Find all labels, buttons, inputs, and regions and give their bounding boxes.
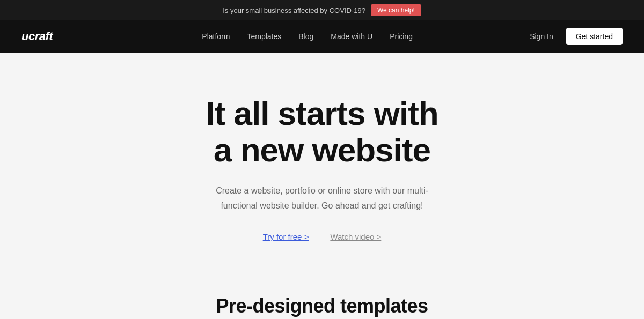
hero-section: It all starts with a new website Create …: [0, 53, 644, 273]
nav-links: Platform Templates Blog Made with U Pric…: [85, 32, 530, 41]
announcement-bar: Is your small business affected by COVID…: [0, 0, 644, 20]
watch-video-link[interactable]: Watch video >: [330, 232, 381, 241]
hero-cta: Try for free > Watch video >: [263, 232, 382, 241]
hero-title-line1: It all starts with: [206, 95, 438, 132]
hero-title: It all starts with a new website: [206, 95, 438, 168]
nav-item-pricing[interactable]: Pricing: [390, 32, 413, 41]
hero-subtitle: Create a website, portfolio or online st…: [204, 183, 440, 212]
announcement-text: Is your small business affected by COVID…: [223, 6, 365, 14]
templates-section-title: Pre-designed templates: [21, 295, 623, 317]
covid-help-button[interactable]: We can help!: [371, 4, 421, 16]
nav-item-blog[interactable]: Blog: [298, 32, 313, 41]
nav-right: Sign In Get started: [530, 28, 623, 45]
hero-title-line2: a new website: [214, 131, 430, 168]
templates-section: Pre-designed templates: [0, 273, 644, 319]
nav-item-platform[interactable]: Platform: [202, 32, 230, 41]
nav-item-made-with-u[interactable]: Made with U: [331, 32, 372, 41]
sign-in-link[interactable]: Sign In: [530, 32, 553, 41]
logo[interactable]: ucraft: [21, 29, 53, 43]
nav-item-templates[interactable]: Templates: [247, 32, 281, 41]
get-started-button[interactable]: Get started: [566, 28, 623, 45]
navbar: ucraft Platform Templates Blog Made with…: [0, 20, 644, 53]
try-free-link[interactable]: Try for free >: [263, 232, 309, 241]
